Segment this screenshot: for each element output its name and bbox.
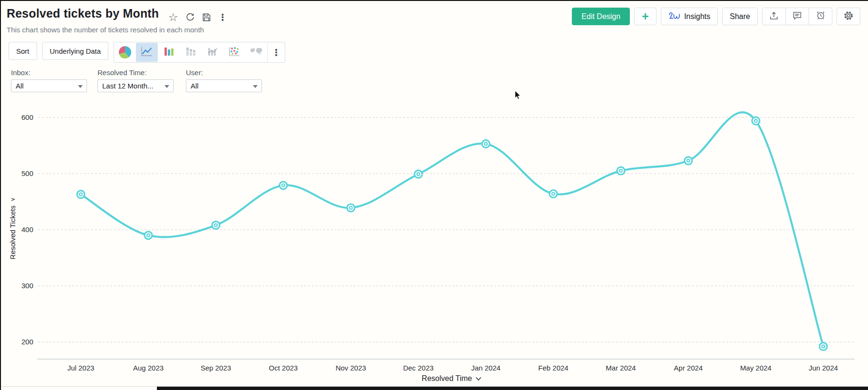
chevron-right-icon[interactable]: ∨ xyxy=(9,197,16,202)
data-point-center xyxy=(214,224,217,227)
x-tick-label: Jan 2024 xyxy=(453,364,519,372)
x-tick-label: May 2024 xyxy=(723,364,789,372)
data-point-center xyxy=(417,173,420,176)
data-point-center xyxy=(552,192,555,195)
y-tick-label: 600 xyxy=(0,113,33,121)
data-point-center xyxy=(282,184,285,187)
y-tick-label: 300 xyxy=(0,282,33,290)
x-axis-title[interactable]: Resolved Time xyxy=(422,374,482,383)
y-tick-label: 400 xyxy=(0,225,33,234)
x-tick-label: Dec 2023 xyxy=(385,364,452,372)
bottom-scrollbar[interactable] xyxy=(157,387,868,390)
chart-area: 200300400500600 Jul 2023Aug 2023Sep 2023… xyxy=(0,0,868,390)
data-point-center xyxy=(147,234,150,237)
x-tick-label: Aug 2023 xyxy=(115,364,182,372)
data-point-center xyxy=(349,206,352,209)
series-line xyxy=(81,112,823,346)
x-axis-title-label: Resolved Time xyxy=(422,374,472,383)
x-tick-label: Oct 2023 xyxy=(250,364,317,372)
x-tick-label: Feb 2024 xyxy=(520,364,587,372)
data-point-center xyxy=(619,169,622,172)
x-tick-label: Nov 2023 xyxy=(318,364,384,372)
y-tick-label: 200 xyxy=(0,338,33,346)
window-left-edge xyxy=(0,0,1,390)
y-axis-title-label: Resolved Tickets xyxy=(9,205,17,259)
data-point-center xyxy=(754,119,757,122)
x-tick-label: Apr 2024 xyxy=(655,364,722,372)
chevron-down-icon xyxy=(475,374,482,383)
x-tick-label: Jun 2024 xyxy=(790,364,857,372)
data-point-center xyxy=(822,345,825,348)
window-top-edge xyxy=(0,0,868,1)
data-point-center xyxy=(687,159,690,162)
line-chart-svg xyxy=(0,90,868,364)
y-axis-title: Resolved Tickets ∨ xyxy=(9,197,17,260)
x-tick-label: Mar 2024 xyxy=(588,364,654,372)
x-tick-label: Jul 2023 xyxy=(48,364,114,372)
data-point-center xyxy=(484,142,487,145)
y-tick-label: 500 xyxy=(0,169,33,177)
x-tick-label: Sep 2023 xyxy=(183,364,249,372)
data-point-center xyxy=(79,193,82,196)
